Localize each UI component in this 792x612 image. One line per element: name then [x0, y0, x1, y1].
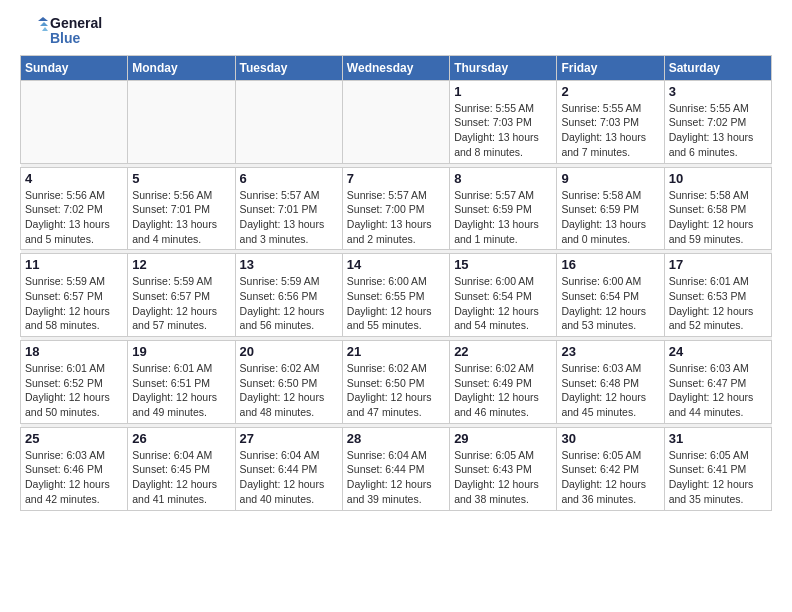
weekday-header-tuesday: Tuesday: [235, 55, 342, 80]
day-number: 4: [25, 171, 123, 186]
calendar-cell: 14Sunrise: 6:00 AM Sunset: 6:55 PM Dayli…: [342, 254, 449, 337]
calendar-cell: 4Sunrise: 5:56 AM Sunset: 7:02 PM Daylig…: [21, 167, 128, 250]
day-number: 11: [25, 257, 123, 272]
day-number: 20: [240, 344, 338, 359]
calendar-cell: 1Sunrise: 5:55 AM Sunset: 7:03 PM Daylig…: [450, 80, 557, 163]
day-number: 22: [454, 344, 552, 359]
calendar-cell: 5Sunrise: 5:56 AM Sunset: 7:01 PM Daylig…: [128, 167, 235, 250]
calendar-cell: [128, 80, 235, 163]
day-info: Sunrise: 5:57 AM Sunset: 6:59 PM Dayligh…: [454, 188, 552, 247]
day-number: 28: [347, 431, 445, 446]
calendar-cell: 15Sunrise: 6:00 AM Sunset: 6:54 PM Dayli…: [450, 254, 557, 337]
calendar-week-3: 11Sunrise: 5:59 AM Sunset: 6:57 PM Dayli…: [21, 254, 772, 337]
day-number: 21: [347, 344, 445, 359]
day-info: Sunrise: 6:00 AM Sunset: 6:54 PM Dayligh…: [561, 274, 659, 333]
day-number: 17: [669, 257, 767, 272]
svg-marker-1: [40, 22, 48, 26]
day-number: 13: [240, 257, 338, 272]
calendar-cell: [235, 80, 342, 163]
day-info: Sunrise: 5:59 AM Sunset: 6:57 PM Dayligh…: [25, 274, 123, 333]
day-info: Sunrise: 5:55 AM Sunset: 7:02 PM Dayligh…: [669, 101, 767, 160]
calendar-cell: 12Sunrise: 5:59 AM Sunset: 6:57 PM Dayli…: [128, 254, 235, 337]
calendar-cell: 10Sunrise: 5:58 AM Sunset: 6:58 PM Dayli…: [664, 167, 771, 250]
day-info: Sunrise: 6:00 AM Sunset: 6:55 PM Dayligh…: [347, 274, 445, 333]
day-info: Sunrise: 6:05 AM Sunset: 6:42 PM Dayligh…: [561, 448, 659, 507]
day-number: 27: [240, 431, 338, 446]
day-info: Sunrise: 6:02 AM Sunset: 6:49 PM Dayligh…: [454, 361, 552, 420]
calendar-table: SundayMondayTuesdayWednesdayThursdayFrid…: [20, 55, 772, 511]
day-number: 14: [347, 257, 445, 272]
weekday-header-friday: Friday: [557, 55, 664, 80]
day-info: Sunrise: 6:01 AM Sunset: 6:52 PM Dayligh…: [25, 361, 123, 420]
calendar-cell: 16Sunrise: 6:00 AM Sunset: 6:54 PM Dayli…: [557, 254, 664, 337]
day-info: Sunrise: 6:05 AM Sunset: 6:43 PM Dayligh…: [454, 448, 552, 507]
day-info: Sunrise: 6:00 AM Sunset: 6:54 PM Dayligh…: [454, 274, 552, 333]
day-info: Sunrise: 5:55 AM Sunset: 7:03 PM Dayligh…: [561, 101, 659, 160]
day-info: Sunrise: 6:04 AM Sunset: 6:45 PM Dayligh…: [132, 448, 230, 507]
day-info: Sunrise: 5:57 AM Sunset: 7:01 PM Dayligh…: [240, 188, 338, 247]
day-info: Sunrise: 6:04 AM Sunset: 6:44 PM Dayligh…: [240, 448, 338, 507]
day-number: 12: [132, 257, 230, 272]
day-number: 25: [25, 431, 123, 446]
day-number: 2: [561, 84, 659, 99]
day-number: 5: [132, 171, 230, 186]
calendar-cell: [21, 80, 128, 163]
day-number: 3: [669, 84, 767, 99]
weekday-header-sunday: Sunday: [21, 55, 128, 80]
day-info: Sunrise: 5:58 AM Sunset: 6:58 PM Dayligh…: [669, 188, 767, 247]
day-info: Sunrise: 6:05 AM Sunset: 6:41 PM Dayligh…: [669, 448, 767, 507]
calendar-cell: 2Sunrise: 5:55 AM Sunset: 7:03 PM Daylig…: [557, 80, 664, 163]
day-info: Sunrise: 6:01 AM Sunset: 6:51 PM Dayligh…: [132, 361, 230, 420]
day-info: Sunrise: 6:01 AM Sunset: 6:53 PM Dayligh…: [669, 274, 767, 333]
day-number: 8: [454, 171, 552, 186]
day-number: 6: [240, 171, 338, 186]
calendar-cell: 24Sunrise: 6:03 AM Sunset: 6:47 PM Dayli…: [664, 341, 771, 424]
day-info: Sunrise: 6:04 AM Sunset: 6:44 PM Dayligh…: [347, 448, 445, 507]
calendar-week-1: 1Sunrise: 5:55 AM Sunset: 7:03 PM Daylig…: [21, 80, 772, 163]
svg-marker-2: [42, 27, 48, 31]
header: General Blue: [20, 16, 772, 47]
calendar-cell: 7Sunrise: 5:57 AM Sunset: 7:00 PM Daylig…: [342, 167, 449, 250]
day-number: 24: [669, 344, 767, 359]
day-number: 1: [454, 84, 552, 99]
day-info: Sunrise: 6:03 AM Sunset: 6:46 PM Dayligh…: [25, 448, 123, 507]
logo-general: General: [50, 16, 102, 31]
calendar-cell: 22Sunrise: 6:02 AM Sunset: 6:49 PM Dayli…: [450, 341, 557, 424]
day-number: 31: [669, 431, 767, 446]
day-number: 10: [669, 171, 767, 186]
calendar-cell: 23Sunrise: 6:03 AM Sunset: 6:48 PM Dayli…: [557, 341, 664, 424]
calendar-cell: 19Sunrise: 6:01 AM Sunset: 6:51 PM Dayli…: [128, 341, 235, 424]
calendar-cell: [342, 80, 449, 163]
logo: General Blue: [20, 16, 102, 47]
day-info: Sunrise: 6:03 AM Sunset: 6:48 PM Dayligh…: [561, 361, 659, 420]
day-info: Sunrise: 6:02 AM Sunset: 6:50 PM Dayligh…: [240, 361, 338, 420]
day-number: 26: [132, 431, 230, 446]
calendar-cell: 21Sunrise: 6:02 AM Sunset: 6:50 PM Dayli…: [342, 341, 449, 424]
day-number: 19: [132, 344, 230, 359]
day-number: 9: [561, 171, 659, 186]
day-number: 18: [25, 344, 123, 359]
weekday-header-saturday: Saturday: [664, 55, 771, 80]
weekday-header-thursday: Thursday: [450, 55, 557, 80]
calendar-cell: 20Sunrise: 6:02 AM Sunset: 6:50 PM Dayli…: [235, 341, 342, 424]
day-number: 15: [454, 257, 552, 272]
day-number: 7: [347, 171, 445, 186]
logo-text: General Blue: [20, 16, 102, 47]
calendar-week-5: 25Sunrise: 6:03 AM Sunset: 6:46 PM Dayli…: [21, 427, 772, 510]
calendar-cell: 29Sunrise: 6:05 AM Sunset: 6:43 PM Dayli…: [450, 427, 557, 510]
calendar-cell: 25Sunrise: 6:03 AM Sunset: 6:46 PM Dayli…: [21, 427, 128, 510]
day-info: Sunrise: 5:56 AM Sunset: 7:02 PM Dayligh…: [25, 188, 123, 247]
calendar-cell: 28Sunrise: 6:04 AM Sunset: 6:44 PM Dayli…: [342, 427, 449, 510]
calendar-cell: 26Sunrise: 6:04 AM Sunset: 6:45 PM Dayli…: [128, 427, 235, 510]
weekday-header-row: SundayMondayTuesdayWednesdayThursdayFrid…: [21, 55, 772, 80]
weekday-header-monday: Monday: [128, 55, 235, 80]
svg-marker-0: [38, 17, 48, 21]
calendar-week-2: 4Sunrise: 5:56 AM Sunset: 7:02 PM Daylig…: [21, 167, 772, 250]
day-info: Sunrise: 5:55 AM Sunset: 7:03 PM Dayligh…: [454, 101, 552, 160]
calendar-week-4: 18Sunrise: 6:01 AM Sunset: 6:52 PM Dayli…: [21, 341, 772, 424]
calendar-cell: 27Sunrise: 6:04 AM Sunset: 6:44 PM Dayli…: [235, 427, 342, 510]
day-info: Sunrise: 6:02 AM Sunset: 6:50 PM Dayligh…: [347, 361, 445, 420]
logo-blue: Blue: [50, 31, 102, 46]
day-info: Sunrise: 6:03 AM Sunset: 6:47 PM Dayligh…: [669, 361, 767, 420]
calendar-cell: 8Sunrise: 5:57 AM Sunset: 6:59 PM Daylig…: [450, 167, 557, 250]
